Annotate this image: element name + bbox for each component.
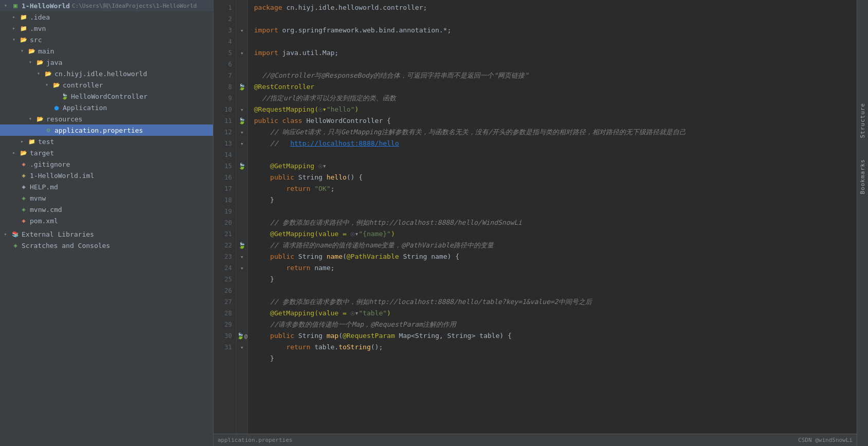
spring-gutter-11: 🍃 [237,115,247,127]
code-lines[interactable]: package cn.hiyj.idle.helloworld.controll… [248,0,857,434]
arrow-target [12,150,19,156]
line-num: 11 [213,115,232,127]
sidebar-item-resources[interactable]: resources [0,113,213,124]
code-line-11: public class HelloWordController { [254,115,857,127]
gutter-4 [237,36,247,47]
sidebar-label: 1-HelloWorld.iml [30,172,94,180]
sidebar-item-gitignore[interactable]: .gitignore [0,158,213,170]
folder-icon [20,24,28,32]
structure-label[interactable]: Structure [859,103,866,138]
gutter-2 [237,13,247,25]
sidebar-item-cn-pkg[interactable]: cn.hiyj.idle.helloworld [0,68,213,79]
sidebar-label: pom.xml [30,217,58,225]
sidebar-item-application[interactable]: Application [0,102,213,113]
bottom-bar: application.properties CSDN @windSnowLi [213,434,857,446]
sidebar-item-scratch[interactable]: Scratches and Consoles [0,240,213,251]
line-num: 3 [213,25,232,36]
gutter-25 [237,274,247,285]
code-line-16: public String hello() { [254,172,857,183]
arrow-empty [12,161,19,167]
sidebar-label: src [30,36,42,44]
sidebar-item-pom[interactable]: pom.xml [0,215,213,226]
arrow-empty [45,104,51,111]
gutter-17 [237,183,247,194]
code-line-17: return "OK"; [254,183,857,194]
gutter-1 [237,2,247,13]
code-line-25: } [254,274,857,285]
sidebar-item-app-props[interactable]: application.properties [0,124,213,136]
folder-icon [28,137,36,146]
spring-icon [61,92,69,100]
fold-13[interactable]: ▾ [237,138,247,149]
sidebar-item-iml[interactable]: 1-HelloWorld.iml [0,170,213,181]
md-icon [20,183,28,191]
fold-10[interactable]: ▾ [237,104,247,115]
sidebar-item-mvnw[interactable]: mvnw [0,192,213,204]
file-tree: 1-HelloWorld C:\Users\间\IdeaProjects\1-H… [0,0,213,446]
fold-24[interactable]: ▾ [237,262,247,274]
gutter-9 [237,93,247,104]
sidebar-item-mvn[interactable]: .mvn [0,23,213,34]
sidebar-item-main[interactable]: main [0,45,213,57]
sidebar-item-idea[interactable]: .idea [0,11,213,23]
gutter-19 [237,206,247,217]
spring-gutter-22: 🍃 [237,240,247,251]
sidebar-item-java[interactable]: java [0,57,213,68]
arrow-controller [45,82,51,88]
arrow-empty [12,195,19,201]
line-numbers: 1 2 3 4 5 6 7 8 9 10 11 12 13 14 15 16 1 [213,0,237,434]
fold-31[interactable]: ▾ [237,342,247,353]
sidebar-label: .mvn [30,25,46,32]
sidebar-item-target[interactable]: target [0,147,213,158]
folder-open-icon [28,47,36,55]
code-line-12: // 响应Get请求，只与GetMapping注解参数有关，与函数名无关，没有/… [254,127,857,138]
sidebar-item-controller[interactable]: controller [0,79,213,91]
mvnwcmd-icon [20,205,28,213]
line-num: 15 [213,160,232,172]
sidebar-item-root[interactable]: 1-HelloWorld C:\Users\间\IdeaProjects\1-H… [0,0,213,11]
bottom-status: application.properties [218,437,293,443]
sidebar-label: cn.hiyj.idle.helloworld [55,70,147,78]
editor-container: 1 2 3 4 5 6 7 8 9 10 11 12 13 14 15 16 1 [213,0,868,446]
fold-23[interactable]: ▾ [237,251,247,262]
line-num: 9 [213,93,232,104]
sidebar-item-mvnwcmd[interactable]: mvnw.cmd [0,204,213,215]
code-line-22: // 请求路径的name的值传递给name变量，@PathVariable路径中… [254,240,857,251]
project-name: 1-HelloWorld [22,2,70,10]
app-icon [52,103,61,112]
sidebar-item-src[interactable]: src [0,34,213,45]
sidebar-item-helloword[interactable]: HelloWordController [0,91,213,102]
fold-5[interactable]: ▾ [237,47,247,59]
code-line-1: package cn.hiyj.idle.helloworld.controll… [254,2,857,13]
code-line-15: @GetMapping ☉▾ [254,160,857,172]
folder-open-icon [44,69,52,78]
code-line-9: //指定url的请求可以分发到指定的类、函数 [254,93,857,104]
sidebar-item-helpmd[interactable]: HELP.md [0,181,213,192]
structure-panel: Structure Bookmarks [857,0,868,446]
sidebar-label: mvnw [30,194,46,202]
spring-gutter-30: 🍃@ [237,330,247,342]
sidebar-item-extlibs[interactable]: External Libraries [0,228,213,240]
sidebar-label: External Libraries [22,230,94,238]
gutter-26 [237,285,247,296]
sidebar-item-test[interactable]: test [0,136,213,147]
folder-open-icon [52,81,61,89]
line-num: 23 [213,251,232,262]
code-line-7: //@Controller与@ResponseBody的结合体，可返回字符串而不… [254,70,857,81]
line-num: 16 [213,172,232,183]
gutter-7 [237,70,247,81]
bookmarks-label[interactable]: Bookmarks [859,159,866,194]
gutter-28 [237,308,247,319]
line-num: 27 [213,296,232,308]
code-line-18: } [254,194,857,206]
folder-icon [20,13,28,21]
fold-3[interactable]: ▾ [237,25,247,36]
sidebar-label: HELP.md [30,183,58,191]
sidebar-label: .gitignore [30,160,70,168]
sidebar-label: mvnw.cmd [30,206,62,213]
fold-12[interactable]: ▾ [237,127,247,138]
code-line-21: @GetMapping(value = ☉▾"{name}") [254,228,857,240]
ext-lib-icon [11,230,20,238]
code-container[interactable]: 1 2 3 4 5 6 7 8 9 10 11 12 13 14 15 16 1 [213,0,857,434]
code-line-2 [254,13,857,25]
